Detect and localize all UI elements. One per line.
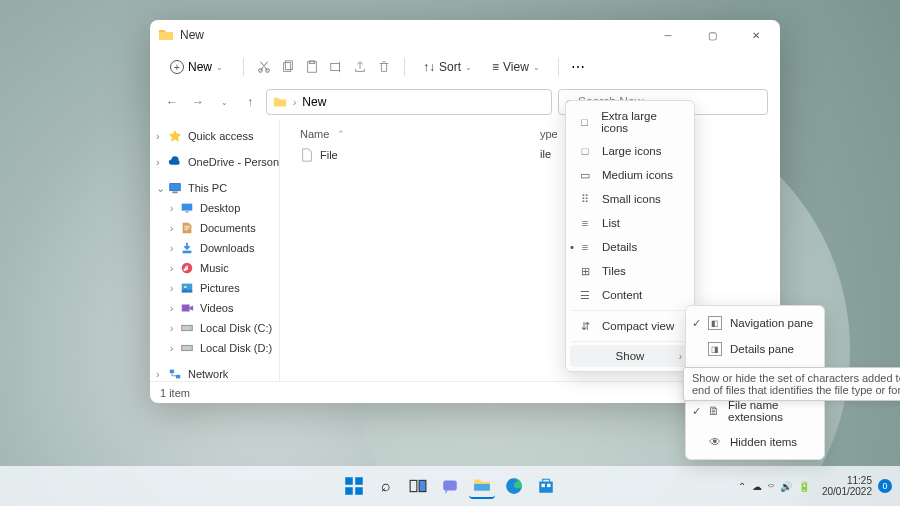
- tooltip: Show or hide the set of characters added…: [683, 367, 900, 401]
- minimize-button[interactable]: ─: [652, 24, 684, 46]
- sidebar-label: OneDrive - Personal: [188, 156, 280, 168]
- compact-view-toggle[interactable]: ⇵Compact view: [566, 314, 694, 338]
- view-button[interactable]: ≡ View ⌄: [486, 56, 546, 78]
- battery-icon[interactable]: 🔋: [798, 481, 810, 492]
- up-button[interactable]: ↑: [240, 92, 260, 112]
- view-label: View: [503, 60, 529, 74]
- folder-icon: [158, 27, 174, 43]
- svg-rect-7: [182, 204, 193, 211]
- taskbar: ⌕ ⌃ ☁ ⌔ 🔊 🔋 11:25 20/01/2022 0: [0, 466, 900, 506]
- start-button[interactable]: [341, 473, 367, 499]
- back-button[interactable]: ←: [162, 92, 182, 112]
- date: 20/01/2022: [822, 486, 872, 497]
- sidebar-item-network[interactable]: Network: [150, 364, 279, 381]
- show-option-label: Navigation pane: [730, 317, 813, 329]
- recent-button[interactable]: ⌄: [214, 92, 234, 112]
- new-button[interactable]: + New ⌄: [162, 56, 231, 78]
- new-label: New: [188, 60, 212, 74]
- nav-icon: ◧: [708, 316, 722, 330]
- svg-point-17: [190, 347, 192, 349]
- time: 11:25: [822, 475, 872, 486]
- sidebar-item-quick-access[interactable]: Quick access: [150, 126, 279, 146]
- close-button[interactable]: ✕: [740, 24, 772, 46]
- svg-rect-9: [183, 251, 192, 254]
- sort-button[interactable]: ↑↓ Sort ⌄: [417, 56, 478, 78]
- network-icon: [168, 367, 182, 381]
- view-option-details[interactable]: ≡Details: [566, 235, 694, 259]
- rename-icon[interactable]: [328, 59, 344, 75]
- disk-icon: [180, 341, 194, 355]
- sort-label: Sort: [439, 60, 461, 74]
- sidebar-label: Network: [188, 368, 228, 380]
- sidebar-item-desktop[interactable]: Desktop: [150, 198, 279, 218]
- wifi-icon[interactable]: ⌔: [768, 481, 774, 492]
- store-icon[interactable]: [533, 473, 559, 499]
- task-view-icon[interactable]: [405, 473, 431, 499]
- copy-icon[interactable]: [280, 59, 296, 75]
- det-icon: ◨: [708, 342, 722, 356]
- onedrive-tray-icon[interactable]: ☁: [752, 481, 762, 492]
- paste-icon[interactable]: [304, 59, 320, 75]
- sort-icon: ↑↓: [423, 60, 435, 74]
- view-option-tiles[interactable]: ⊞Tiles: [566, 259, 694, 283]
- edge-icon[interactable]: [501, 473, 527, 499]
- forward-button[interactable]: →: [188, 92, 208, 112]
- separator: [404, 58, 405, 76]
- sidebar-item-onedrive-personal[interactable]: OneDrive - Personal: [150, 152, 279, 172]
- svg-rect-31: [547, 484, 550, 487]
- cut-icon[interactable]: [256, 59, 272, 75]
- clock[interactable]: 11:25 20/01/2022: [822, 475, 872, 497]
- address-bar[interactable]: › New: [266, 89, 552, 115]
- view-option-medium-icons[interactable]: ▭Medium icons: [566, 163, 694, 187]
- more-button[interactable]: ⋯: [571, 59, 586, 75]
- view-option-extra-large-icons[interactable]: □Extra large icons: [566, 105, 694, 139]
- sidebar-item-downloads[interactable]: Downloads: [150, 238, 279, 258]
- view-option-small-icons[interactable]: ⠿Small icons: [566, 187, 694, 211]
- svg-point-15: [190, 327, 192, 329]
- sidebar-item-music[interactable]: Music: [150, 258, 279, 278]
- downloads-icon: [180, 241, 194, 255]
- view-option-label: Small icons: [602, 193, 661, 205]
- show-option-label: File name extensions: [728, 399, 814, 423]
- svg-rect-22: [345, 487, 353, 495]
- svg-rect-27: [474, 484, 490, 491]
- tray-overflow-icon[interactable]: ⌃: [738, 481, 746, 492]
- show-submenu-trigger[interactable]: Show›: [570, 345, 690, 367]
- sidebar-item-pictures[interactable]: Pictures: [150, 278, 279, 298]
- explorer-taskbar-icon[interactable]: [469, 473, 495, 499]
- col-name[interactable]: Name: [300, 128, 329, 140]
- search-taskbar-icon[interactable]: ⌕: [373, 473, 399, 499]
- view-option-content[interactable]: ☰Content: [566, 283, 694, 307]
- sidebar-label: Documents: [200, 222, 256, 234]
- sidebar-label: Local Disk (D:): [200, 342, 272, 354]
- view-option-list[interactable]: ≡List: [566, 211, 694, 235]
- compact-icon: ⇵: [578, 319, 592, 333]
- show-option-hidden-items[interactable]: 👁Hidden items: [686, 429, 824, 455]
- maximize-button[interactable]: ▢: [696, 24, 728, 46]
- show-option-navigation-pane[interactable]: ◧Navigation pane: [686, 310, 824, 336]
- show-option-details-pane[interactable]: ◨Details pane: [686, 336, 824, 362]
- view-icon: ≡: [492, 60, 499, 74]
- sort-asc-icon: ⌃: [337, 129, 345, 139]
- file-row[interactable]: Fileile178 KB: [300, 144, 780, 166]
- sidebar-label: Desktop: [200, 202, 240, 214]
- desktop-icon: [180, 201, 194, 215]
- chevron-right-icon: ›: [293, 97, 296, 108]
- view-option-large-icons[interactable]: □Large icons: [566, 139, 694, 163]
- notifications-icon[interactable]: 0: [878, 479, 892, 493]
- sidebar-item-local-disk-d-[interactable]: Local Disk (D:): [150, 338, 279, 358]
- show-option-label: Details pane: [730, 343, 794, 355]
- pictures-icon: [180, 281, 194, 295]
- sidebar-item-this-pc[interactable]: This PC: [150, 178, 279, 198]
- delete-icon[interactable]: [376, 59, 392, 75]
- sidebar-item-documents[interactable]: Documents: [150, 218, 279, 238]
- volume-icon[interactable]: 🔊: [780, 481, 792, 492]
- chevron-right-icon: ›: [679, 351, 682, 362]
- onedrive-icon: [168, 155, 182, 169]
- sidebar-item-local-disk-c-[interactable]: Local Disk (C:): [150, 318, 279, 338]
- sidebar-label: Pictures: [200, 282, 240, 294]
- chat-icon[interactable]: [437, 473, 463, 499]
- column-header[interactable]: Name⌃ ype Size: [300, 124, 780, 144]
- sidebar-item-videos[interactable]: Videos: [150, 298, 279, 318]
- share-icon[interactable]: [352, 59, 368, 75]
